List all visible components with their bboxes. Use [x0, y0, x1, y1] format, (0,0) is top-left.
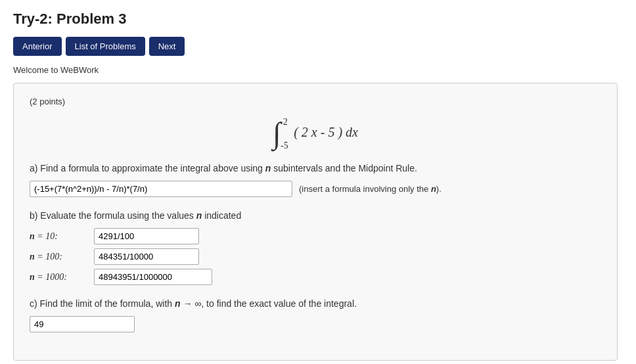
next-button[interactable]: Next — [149, 37, 185, 56]
section-b-row-1: n = 10: — [30, 228, 601, 244]
section-b-label: b) Evaluate the formula using the values… — [30, 209, 601, 223]
section-a-input[interactable] — [30, 181, 292, 197]
n1000-input[interactable] — [94, 269, 212, 285]
integral-lower: -5 — [281, 141, 288, 151]
n-label-1000: n = 1000: — [30, 272, 89, 283]
section-a-hint: (insert a formula involving only the n). — [299, 184, 442, 194]
welcome-text: Welcome to WeBWork — [13, 65, 623, 75]
page-title: Try-2: Problem 3 — [13, 11, 623, 28]
problem-box: (2 points) ∫ 2 -5 ( 2 x - 5 ) dx a) Find… — [13, 83, 618, 361]
n10-input[interactable] — [94, 228, 199, 244]
section-a-input-row: (insert a formula involving only the n). — [30, 181, 601, 197]
integral-expression: ( 2 x - 5 ) dx — [294, 125, 358, 139]
section-c: c) Find the limit of the formula, with n… — [30, 297, 601, 332]
integral-display: ∫ 2 -5 ( 2 x - 5 ) dx — [30, 118, 601, 148]
anterior-button[interactable]: Anterior — [13, 37, 62, 56]
section-b: b) Evaluate the formula using the values… — [30, 209, 601, 285]
n100-input[interactable] — [94, 248, 199, 265]
button-bar: Anterior List of Problems Next — [13, 37, 623, 56]
n-label-100: n = 100: — [30, 252, 89, 262]
list-of-problems-button[interactable]: List of Problems — [66, 37, 145, 56]
integral-upper: 2 — [283, 117, 288, 127]
section-a-label: a) Find a formula to approximate the int… — [30, 162, 601, 175]
section-a: a) Find a formula to approximate the int… — [30, 162, 601, 197]
n-label-10: n = 10: — [30, 231, 89, 242]
section-b-row-2: n = 100: — [30, 248, 601, 265]
points-label: (2 points) — [30, 97, 601, 106]
section-b-row-3: n = 1000: — [30, 269, 601, 285]
section-c-input[interactable] — [30, 316, 135, 332]
section-c-label: c) Find the limit of the formula, with n… — [30, 297, 601, 311]
